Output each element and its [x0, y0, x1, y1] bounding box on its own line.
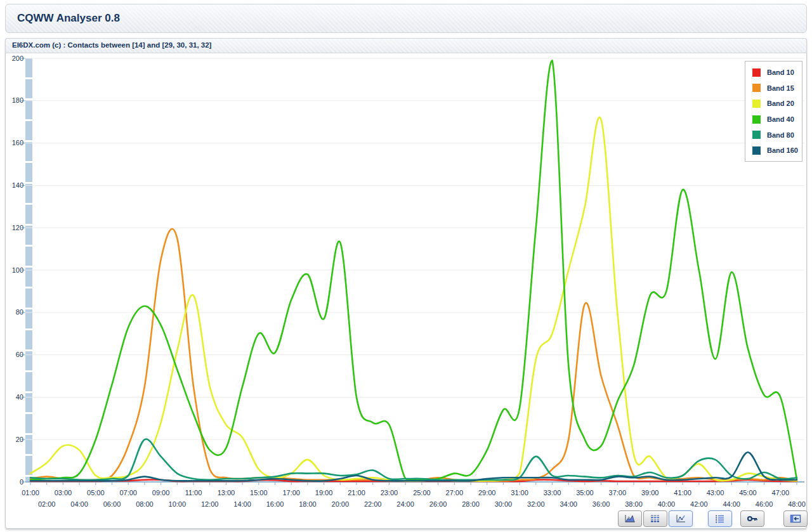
x-tick-label: 45:00 [739, 489, 757, 496]
x-tick-label: 10:00 [169, 500, 187, 507]
x-tick-label: 14:00 [233, 500, 251, 507]
x-tick-label: 22:00 [364, 500, 382, 507]
x-tick-label: 40:00 [658, 500, 676, 507]
x-tick-label: 29:00 [478, 489, 496, 496]
legend-label: Band 10 [767, 68, 794, 76]
x-tick-label: 03:00 [55, 489, 72, 496]
x-tick-label: 41:00 [674, 489, 691, 496]
x-tick-label: 39:00 [641, 489, 659, 496]
x-tick-label: 38:00 [625, 500, 643, 507]
x-tick-label: 23:00 [381, 489, 398, 496]
series-line-band-80 [30, 439, 797, 479]
x-tick-label: 12:00 [201, 500, 219, 507]
x-tick-label: 07:00 [119, 489, 137, 496]
table-icon [650, 514, 661, 523]
legend-label: Band 15 [767, 84, 794, 92]
x-tick-label: 18:00 [299, 500, 317, 507]
x-tick-label: 16:00 [266, 500, 284, 507]
x-tick-label: 48:00 [788, 500, 806, 507]
x-tick-label: 05:00 [87, 489, 105, 496]
legend-item-band-160[interactable]: Band 160 [745, 143, 802, 159]
legend-swatch [752, 115, 761, 124]
legend-swatch [752, 146, 761, 155]
x-tick-label: 11:00 [185, 489, 202, 496]
x-tick-label: 20:00 [332, 500, 350, 507]
x-tick-label: 33:00 [544, 489, 561, 496]
y-tick-label: 0 [20, 478, 23, 486]
x-tick-label: 26:00 [429, 500, 447, 507]
line-chart-icon [675, 514, 686, 523]
legend-toggle-button[interactable] [708, 510, 732, 527]
x-tick-label: 17:00 [282, 489, 300, 496]
y-tick-label: 60 [16, 351, 23, 358]
x-tick-label: 06:00 [103, 500, 121, 507]
x-tick-label: 36:00 [593, 500, 610, 507]
area-chart-button[interactable] [618, 510, 642, 527]
data-table-button[interactable] [643, 510, 667, 527]
legend-item-band-10[interactable]: Band 10 [745, 65, 802, 81]
x-tick-label: 28:00 [462, 500, 480, 507]
legend-swatch [752, 100, 761, 108]
y-tick-label: 120 [12, 224, 23, 231]
panel-toggle-icon [790, 514, 801, 523]
x-tick-label: 34:00 [560, 500, 577, 507]
legend-item-band-20[interactable]: Band 20 [745, 96, 802, 112]
x-tick-label: 32:00 [527, 500, 545, 507]
app-title-bar: CQWW Analyser 0.8 [5, 4, 807, 33]
y-tick-label: 140 [12, 181, 23, 189]
x-tick-label: 02:00 [38, 500, 56, 507]
x-tick-label: 19:00 [315, 489, 333, 496]
x-tick-label: 21:00 [348, 489, 365, 496]
x-tick-label: 24:00 [396, 500, 414, 507]
chart-header-bar: EI6DX.com (c) : Contacts between [14] an… [5, 38, 807, 53]
y-tick-label: 180 [12, 96, 23, 104]
legend-label: Band 160 [767, 146, 798, 154]
y-tick-label: 200 [12, 55, 23, 62]
x-tick-label: 44:00 [723, 500, 740, 507]
x-tick-label: 31:00 [511, 489, 528, 496]
x-tick-label: 01:00 [22, 489, 39, 496]
legend-item-band-40[interactable]: Band 40 [745, 112, 802, 127]
chart-legend: Band 10Band 15Band 20Band 40Band 80Band … [745, 61, 802, 162]
legend-label: Band 80 [767, 131, 794, 139]
x-tick-label: 13:00 [218, 489, 235, 496]
x-tick-label: 35:00 [576, 489, 594, 496]
x-tick-label: 04:00 [70, 500, 88, 507]
x-tick-label: 42:00 [690, 500, 708, 507]
x-tick-label: 09:00 [152, 489, 170, 496]
legend-label: Band 20 [767, 100, 794, 107]
y-tick-label: 80 [16, 308, 23, 316]
x-tick-label: 25:00 [413, 489, 431, 496]
y-tick-label: 40 [16, 393, 23, 401]
x-tick-label: 27:00 [446, 489, 464, 496]
x-tick-label: 30:00 [495, 500, 513, 507]
series-line-band-20 [30, 117, 797, 481]
y-tick-label: 160 [12, 139, 23, 146]
legend-swatch [752, 68, 761, 77]
x-tick-label: 08:00 [136, 500, 154, 507]
x-tick-label: 47:00 [772, 489, 790, 496]
app-title: CQWW Analyser 0.8 [17, 12, 120, 25]
x-tick-label: 15:00 [250, 489, 268, 496]
x-tick-label: 43:00 [707, 489, 724, 496]
key-button[interactable] [740, 510, 764, 527]
legend-list-icon [714, 514, 726, 523]
legend-item-band-80[interactable]: Band 80 [745, 127, 802, 143]
line-chart-button[interactable] [669, 510, 693, 527]
key-icon [747, 514, 758, 523]
legend-label: Band 40 [767, 115, 794, 123]
area-chart-icon [624, 514, 636, 523]
contacts-line-chart: 02040608010012014016018020001:0002:0003:… [0, 53, 812, 507]
x-tick-label: 46:00 [756, 500, 773, 507]
y-tick-label: 20 [16, 436, 23, 443]
legend-swatch [752, 131, 761, 139]
chart-header-title: EI6DX.com (c) : Contacts between [14] an… [12, 41, 211, 49]
x-tick-label: 37:00 [609, 489, 627, 496]
y-tick-label: 100 [12, 266, 23, 274]
legend-item-band-15[interactable]: Band 15 [745, 81, 802, 96]
legend-swatch [752, 84, 761, 92]
title-bar-texture [6, 4, 806, 32]
panel-toggle-button[interactable] [783, 510, 808, 527]
